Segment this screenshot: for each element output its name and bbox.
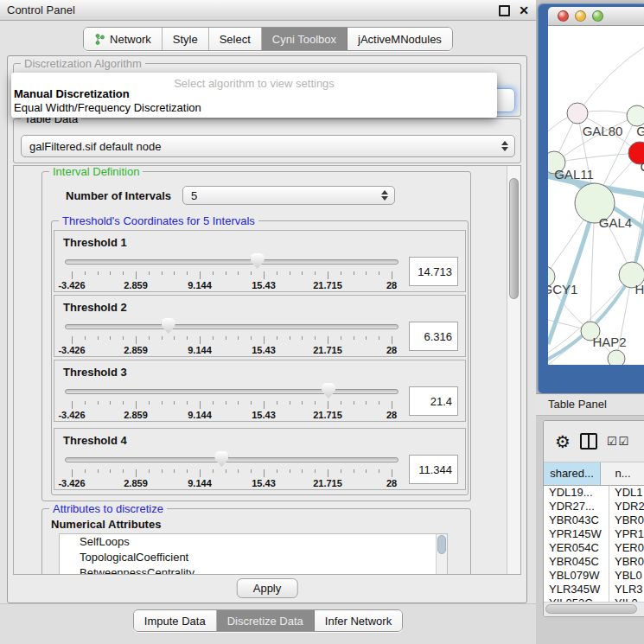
table-row[interactable]: YBL079WYBL0 [544, 569, 644, 583]
tab-cyni-toolbox[interactable]: Cyni Toolbox [262, 28, 348, 50]
table-toolbar: ⚙ ☑☑ [544, 421, 644, 462]
table-data-group: Table Data galFiltered.sif default node [13, 118, 521, 163]
numerical-attributes-list[interactable]: SelfLoopsTopologicalCoefficientBetweenne… [59, 533, 448, 575]
tab-infer-network[interactable]: Infer Network [315, 610, 402, 631]
tab-impute-data[interactable]: Impute Data [134, 610, 217, 631]
network-node[interactable] [567, 103, 588, 124]
algorithm-option-1[interactable]: Manual Discretization [14, 87, 130, 100]
column-header-1[interactable]: shared... [544, 462, 601, 485]
tab-network[interactable]: Network [84, 28, 163, 50]
table-cell: YBR045C [544, 555, 609, 569]
table-cell: YDR2 [609, 500, 644, 513]
node-label: HAP2 [592, 335, 626, 349]
table-cell: YER054C [544, 541, 609, 555]
table-header-row: shared...n... [544, 462, 644, 486]
checkbox-icon[interactable]: ☑ [619, 435, 629, 448]
top-tabs: NetworkStyleSelectCyni ToolboxjActiveMNo… [83, 27, 453, 51]
main-scrollbar-thumb[interactable] [509, 178, 519, 299]
slider-thumb[interactable] [214, 451, 228, 467]
tick-label: 2.859 [124, 478, 148, 488]
node-label: H [635, 282, 644, 296]
threshold-value-field[interactable]: 6.316 [409, 322, 458, 351]
table-cell: YBR043C [544, 513, 609, 527]
float-panel-icon[interactable] [499, 5, 510, 16]
table-row[interactable]: YPR145WYPR1 [544, 527, 644, 541]
tab-discretize-data[interactable]: Discretize Data [217, 610, 315, 631]
interval-definition-title: Interval Definition [49, 165, 143, 178]
top-tabstrip: NetworkStyleSelectCyni ToolboxjActiveMNo… [0, 21, 536, 55]
slider-track[interactable] [65, 259, 399, 265]
slider-thumb[interactable] [251, 253, 265, 269]
table-hscrollbar[interactable] [544, 602, 644, 616]
slider-track[interactable] [65, 324, 399, 329]
threshold-slider[interactable]: -3.4262.8599.14415.4321.71528 [65, 316, 399, 356]
apply-button[interactable]: Apply [237, 578, 298, 598]
threshold-slider[interactable]: -3.4262.8599.14415.4321.71528 [65, 252, 399, 291]
attribute-list-item[interactable]: TopologicalCoefficient [60, 550, 447, 565]
number-of-intervals-combobox[interactable]: 5 [182, 186, 395, 205]
table-cell: YPR145W [544, 527, 609, 541]
attribute-list-item[interactable]: BetweennessCentrality [60, 565, 447, 575]
tick-label: 28 [386, 478, 397, 488]
table-cell: YBR0 [609, 513, 644, 527]
network-icon [94, 34, 105, 45]
algorithm-group-title: Discretization Algorithm [21, 57, 145, 70]
threshold-value-field[interactable]: 21.4 [409, 386, 458, 416]
threshold-value-field[interactable]: 11.344 [409, 455, 458, 484]
minimize-traffic-light[interactable] [575, 10, 586, 22]
thresholds-group: Threshold's Coordinates for 5 Intervals … [51, 220, 469, 495]
tab-select[interactable]: Select [209, 28, 262, 50]
stepper-icon [381, 190, 388, 201]
close-icon[interactable]: ✕ [519, 3, 529, 18]
tab-style[interactable]: Style [163, 28, 209, 50]
table-row[interactable]: YBR043CYBR0 [544, 513, 644, 527]
table-row[interactable]: YDL19...YDL1 [544, 486, 644, 500]
table-data-combobox[interactable]: galFiltered.sif default node [21, 135, 515, 157]
select-columns-icons[interactable]: ☑☑ [607, 435, 628, 448]
slider-thumb[interactable] [322, 383, 335, 399]
tab-label: Network [110, 33, 151, 46]
attributes-scrollbar-thumb[interactable] [437, 535, 446, 554]
table-hscrollbar-thumb[interactable] [545, 604, 637, 614]
tab-jactivemnodules[interactable]: jActiveMNodules [348, 28, 452, 50]
threshold-slider[interactable]: -3.4262.8599.14415.4321.71528 [65, 450, 399, 489]
network-canvas-svg: GAL80GACGAL11GAL4GCY1HHAP2 [548, 26, 644, 365]
table-row[interactable]: YLR345WYLR3 [544, 583, 644, 596]
gear-icon[interactable]: ⚙ [555, 433, 571, 450]
attributes-scrollbar[interactable] [436, 534, 447, 575]
split-columns-icon[interactable] [580, 433, 597, 450]
threshold-value-field[interactable]: 14.713 [409, 257, 458, 286]
threshold-slider[interactable]: -3.4262.8599.14415.4321.71528 [65, 381, 399, 421]
attribute-list-item[interactable]: SelfLoops [60, 534, 447, 550]
panel-title: Control Panel [7, 3, 75, 16]
slider-thumb[interactable] [162, 318, 175, 334]
table-row[interactable]: YBR045CYBR0 [544, 555, 644, 569]
checkbox-icon[interactable]: ☑ [607, 435, 617, 448]
slider-track[interactable] [65, 457, 399, 462]
algorithm-option-2[interactable]: Equal Width/Frequency Discretization [14, 101, 201, 114]
threshold-label: Threshold 3 [63, 366, 127, 379]
attributes-group-title: Attributes to discretize [49, 502, 167, 515]
column-header-2[interactable]: n... [601, 462, 644, 485]
threshold-panel: Threshold 1 -3.4262.8599.14415.4321.7152… [54, 230, 466, 292]
table-cell: YBL0 [609, 569, 644, 583]
node-label: C [641, 159, 644, 174]
table-data-value: galFiltered.sif default node [29, 140, 161, 153]
zoom-traffic-light[interactable] [592, 10, 603, 22]
table-row[interactable]: YER054CYER0 [544, 541, 644, 555]
table-cell: YDR27... [544, 500, 609, 513]
table-panel-header: Table Panel [536, 393, 644, 416]
threshold-panel: Threshold 2 -3.4262.8599.14415.4321.7152… [54, 295, 466, 357]
main-scrollbar[interactable] [507, 166, 520, 574]
close-traffic-light[interactable] [558, 10, 569, 22]
table-cell: YBR0 [609, 555, 644, 569]
slider-track[interactable] [65, 389, 399, 394]
network-node[interactable] [608, 350, 625, 365]
node-label: GAL80 [583, 124, 623, 138]
control-panel: Control Panel ✕ NetworkStyleSelectCyni T… [0, 0, 536, 644]
threshold-label: Threshold 1 [63, 236, 127, 249]
node-label: GAL11 [554, 167, 594, 182]
network-canvas[interactable]: GAL80GACGAL11GAL4GCY1HHAP2 [548, 26, 644, 365]
table-row[interactable]: YDR27...YDR2 [544, 500, 644, 513]
attributes-group: Attributes to discretize Numerical Attri… [41, 508, 471, 575]
